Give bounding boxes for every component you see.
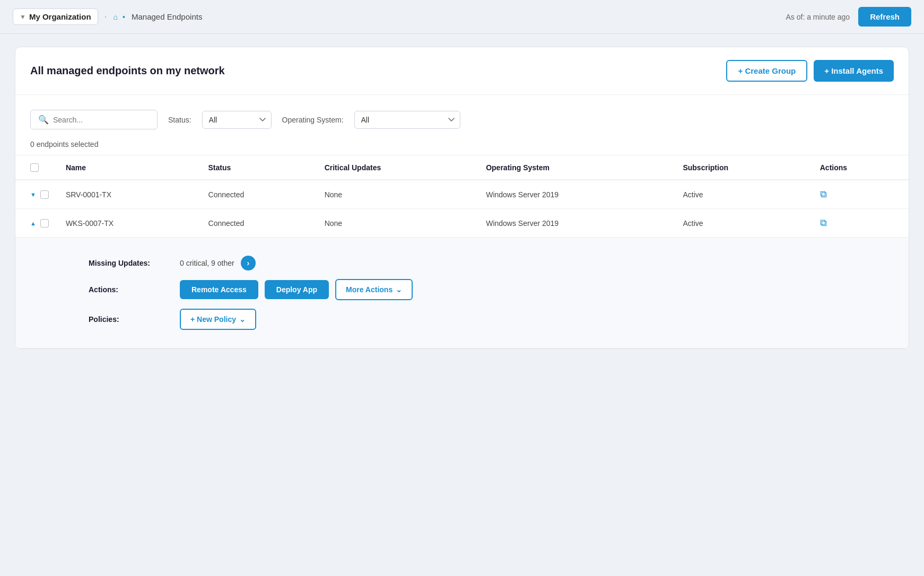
col-subscription: Subscription — [674, 155, 811, 180]
filters-row: 🔍 Status: All Connected Disconnected Ope… — [15, 95, 909, 138]
col-os: Operating System — [477, 155, 674, 180]
select-all-checkbox[interactable] — [30, 163, 39, 172]
new-policy-chevron-icon: ⌄ — [239, 315, 246, 324]
new-policy-label: + New Policy — [190, 315, 236, 324]
search-input[interactable] — [53, 116, 150, 124]
actions-buttons: Remote Access Deploy App More Actions ⌄ — [180, 279, 413, 300]
col-critical-updates: Critical Updates — [316, 155, 478, 180]
org-selector[interactable]: ▼ My Organization — [13, 8, 98, 25]
status-filter-select[interactable]: All Connected Disconnected — [202, 111, 272, 129]
col-actions: Actions — [812, 155, 909, 180]
new-policy-button[interactable]: + New Policy ⌄ — [180, 309, 256, 330]
table-row: ▼ SRV-0001-TX Connected None Windows Ser… — [15, 180, 909, 209]
main-content: All managed endpoints on my network + Cr… — [0, 34, 924, 362]
org-label: My Organization — [29, 12, 91, 21]
refresh-button[interactable]: Refresh — [858, 7, 911, 27]
topbar: ▼ My Organization · ⌂ • Managed Endpoint… — [0, 0, 924, 34]
search-box: 🔍 — [30, 110, 158, 129]
remote-access-button[interactable]: Remote Access — [180, 280, 258, 299]
home-icon: ⌂ — [114, 13, 118, 21]
as-of-label: As of: a minute ago — [786, 13, 850, 21]
topbar-right: As of: a minute ago Refresh — [786, 7, 912, 27]
expanded-row: Missing Updates: 0 critical, 9 other › A… — [15, 238, 909, 348]
row2-checkbox-cell: ▲ — [15, 209, 57, 238]
row1-os: Windows Server 2019 — [477, 180, 674, 209]
row2-os: Windows Server 2019 — [477, 209, 674, 238]
more-actions-label: More Actions — [346, 285, 393, 294]
row1-expand-chevron[interactable]: ▼ — [30, 191, 36, 198]
row1-checkbox-cell: ▼ — [15, 180, 57, 209]
actions-row: Actions: Remote Access Deploy App More A… — [89, 279, 885, 300]
row1-actions: ⧉ — [812, 180, 909, 209]
row1-status: Connected — [200, 180, 316, 209]
status-filter-label: Status: — [168, 116, 191, 124]
deploy-app-button[interactable]: Deploy App — [265, 280, 329, 299]
breadcrumb-dot: • — [123, 13, 125, 21]
selected-count: 0 endpoints selected — [15, 138, 909, 155]
missing-updates-value: 0 critical, 9 other — [180, 259, 234, 267]
install-agents-button[interactable]: + Install Agents — [814, 60, 894, 82]
row1-checkbox[interactable] — [40, 190, 49, 199]
row2-status: Connected — [200, 209, 316, 238]
card-title: All managed endpoints on my network — [30, 65, 726, 77]
os-filter-select[interactable]: All Windows macOS Linux — [354, 111, 460, 129]
row1-subscription: Active — [674, 180, 811, 209]
row1-copy-icon[interactable]: ⧉ — [820, 189, 827, 199]
row2-expand-chevron[interactable]: ▲ — [30, 220, 36, 226]
card-header-actions: + Create Group + Install Agents — [726, 60, 894, 82]
missing-updates-label: Missing Updates: — [89, 259, 173, 267]
breadcrumb-managed-endpoints: Managed Endpoints — [132, 12, 202, 21]
row1-name: SRV-0001-TX — [57, 180, 200, 209]
chevron-down-icon: ▼ — [20, 13, 26, 21]
endpoints-table: Name Status Critical Updates Operating S… — [15, 155, 909, 348]
policies-actions: + New Policy ⌄ — [180, 309, 256, 330]
more-actions-chevron-icon: ⌄ — [396, 285, 402, 294]
policies-label: Policies: — [89, 315, 173, 324]
table-header-row: Name Status Critical Updates Operating S… — [15, 155, 909, 180]
card-header: All managed endpoints on my network + Cr… — [15, 47, 909, 95]
col-name: Name — [57, 155, 200, 180]
topbar-left: ▼ My Organization · ⌂ • Managed Endpoint… — [13, 8, 202, 25]
expanded-inner: Missing Updates: 0 critical, 9 other › A… — [30, 246, 900, 339]
breadcrumb-home: ⌂ • — [114, 13, 127, 21]
missing-updates-detail-button[interactable]: › — [241, 256, 256, 270]
search-icon: 🔍 — [38, 115, 49, 125]
row2-name: WKS-0007-TX — [57, 209, 200, 238]
row2-subscription: Active — [674, 209, 811, 238]
breadcrumb-separator: · — [104, 11, 107, 22]
actions-label: Actions: — [89, 285, 173, 294]
missing-updates-row: Missing Updates: 0 critical, 9 other › — [89, 256, 885, 270]
os-filter-label: Operating System: — [282, 116, 344, 124]
create-group-button[interactable]: + Create Group — [726, 60, 807, 82]
row1-critical-updates: None — [316, 180, 478, 209]
row2-checkbox[interactable] — [40, 219, 49, 228]
row2-copy-icon[interactable]: ⧉ — [820, 217, 827, 228]
row2-actions: ⧉ — [812, 209, 909, 238]
endpoints-card: All managed endpoints on my network + Cr… — [15, 47, 909, 349]
col-checkbox — [15, 155, 57, 180]
more-actions-button[interactable]: More Actions ⌄ — [335, 279, 413, 300]
col-status: Status — [200, 155, 316, 180]
expanded-content-cell: Missing Updates: 0 critical, 9 other › A… — [15, 238, 909, 348]
policies-row: Policies: + New Policy ⌄ — [89, 309, 885, 330]
row2-critical-updates: None — [316, 209, 478, 238]
table-row: ▲ WKS-0007-TX Connected None Windows Ser… — [15, 209, 909, 238]
